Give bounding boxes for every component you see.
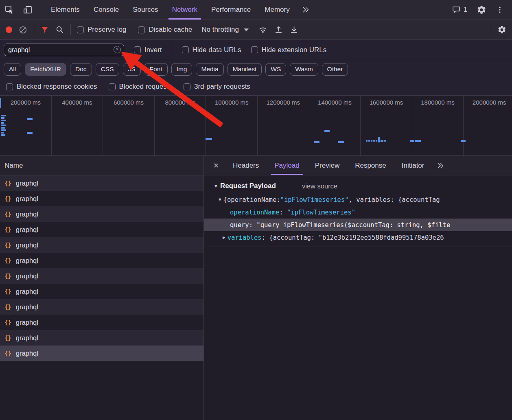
inspect-element-icon[interactable] xyxy=(0,0,18,20)
request-row[interactable]: graphql xyxy=(0,253,203,268)
clear-filter-icon[interactable] xyxy=(114,46,121,53)
detail-tab[interactable]: Payload xyxy=(267,156,307,175)
main-tab[interactable]: Memory xyxy=(258,0,296,20)
type-filter-chip[interactable]: All xyxy=(4,63,21,76)
payload-row-query[interactable]: query"query ipFlowTimeseries($accountTag… xyxy=(204,219,512,231)
waterfall-bar xyxy=(381,140,383,142)
request-row[interactable]: graphql xyxy=(0,330,203,346)
json-braces-icon xyxy=(4,273,11,279)
payload-row-variables[interactable]: variables{accountTag: "b12e3b2192ee5588f… xyxy=(204,231,512,244)
view-source-link[interactable]: view source xyxy=(302,182,337,190)
type-filter-chip[interactable]: JS xyxy=(123,63,141,76)
json-braces-icon xyxy=(4,226,11,233)
throttling-select[interactable]: No throttling xyxy=(201,26,249,34)
request-row[interactable]: graphql xyxy=(0,299,203,315)
checkbox-box xyxy=(77,26,84,33)
toolbar-divider xyxy=(491,24,491,35)
main-tab-label: Console xyxy=(94,6,119,14)
request-row[interactable]: graphql xyxy=(0,346,203,361)
json-braces-icon xyxy=(4,242,11,248)
import-har-icon[interactable] xyxy=(289,25,299,35)
type-filter-chip[interactable]: Other xyxy=(322,63,348,76)
checkbox-label: Invert xyxy=(144,46,162,54)
main-tab[interactable]: Network xyxy=(165,0,204,20)
kebab-menu-icon[interactable] xyxy=(490,5,509,14)
more-tabs-icon[interactable] xyxy=(297,0,315,20)
payload-summary-row[interactable]: {operationName: "ipFlowTimeseries", vari… xyxy=(204,193,512,206)
type-filter-chip[interactable]: Font xyxy=(144,63,168,76)
detail-tab[interactable]: Response xyxy=(347,156,394,175)
detail-tab[interactable]: Initiator xyxy=(394,156,432,175)
filter-input[interactable] xyxy=(8,46,112,54)
clear-network-log-icon[interactable] xyxy=(18,25,28,35)
expand-triangle-icon[interactable] xyxy=(223,235,225,240)
console-messages-button[interactable]: 1 xyxy=(452,5,467,14)
filter-input-wrap xyxy=(4,44,124,56)
chip-label: Media xyxy=(201,66,218,73)
type-filter-chip[interactable]: Wasm xyxy=(290,63,318,76)
record-button[interactable] xyxy=(6,26,12,33)
main-tab[interactable]: Sources xyxy=(126,0,165,20)
close-details-icon[interactable] xyxy=(207,156,225,175)
type-filter-chip[interactable]: WS xyxy=(265,63,286,76)
settings-gear-icon[interactable] xyxy=(472,5,490,15)
checkbox-label: Hide data URLs xyxy=(193,46,241,54)
filter-checkbox[interactable]: Blocked requests xyxy=(109,83,172,91)
hide-extension-urls-checkbox[interactable]: Hide extension URLs xyxy=(251,46,327,54)
network-conditions-icon[interactable] xyxy=(258,25,268,35)
type-filter-chip[interactable]: Img xyxy=(171,63,193,76)
search-icon[interactable] xyxy=(55,25,64,34)
hide-data-urls-checkbox[interactable]: Hide data URLs xyxy=(182,46,241,54)
device-toolbar-icon[interactable] xyxy=(18,0,37,20)
chip-label: All xyxy=(9,66,16,73)
request-payload-section-header[interactable]: Request Payload view source xyxy=(204,175,512,193)
type-filter-chip[interactable]: Doc xyxy=(70,63,92,76)
waterfall-bar xyxy=(371,140,372,142)
network-settings-gear-icon[interactable] xyxy=(497,25,506,34)
request-row[interactable]: graphql xyxy=(0,284,203,299)
request-row[interactable]: graphql xyxy=(0,206,203,222)
payload-row-operation-name[interactable]: operationName"ipFlowTimeseries" xyxy=(204,206,512,219)
request-row[interactable]: graphql xyxy=(0,268,203,284)
main-tab[interactable]: Elements xyxy=(44,0,87,20)
collapse-triangle-icon[interactable] xyxy=(219,197,221,202)
payload-text: {operationName: xyxy=(223,196,280,203)
detail-tab-label: Initiator xyxy=(402,162,424,170)
filter-checkbox[interactable]: 3rd-party requests xyxy=(184,83,250,91)
waterfall-bar xyxy=(1,132,4,133)
type-filter-chip[interactable]: CSS xyxy=(96,63,119,76)
json-braces-icon xyxy=(4,304,11,310)
type-filter-chip[interactable]: Media xyxy=(196,63,223,76)
request-row[interactable]: graphql xyxy=(0,315,203,330)
network-overview-timeline[interactable]: 200000 ms400000 ms600000 ms800000 ms1000… xyxy=(0,96,512,156)
type-filter-chip[interactable]: Manifest xyxy=(228,63,262,76)
request-name: graphql xyxy=(16,241,38,249)
request-row[interactable]: graphql xyxy=(0,222,203,237)
filter-checkbox[interactable]: Blocked response cookies xyxy=(6,83,97,91)
name-column-header[interactable]: Name xyxy=(0,156,203,175)
filter-funnel-icon[interactable] xyxy=(40,25,49,34)
more-detail-tabs-icon[interactable] xyxy=(432,156,449,175)
waterfall-bar xyxy=(366,140,368,142)
type-filter-chip[interactable]: Fetch/XHR xyxy=(25,63,66,76)
collapse-triangle-icon[interactable] xyxy=(214,184,218,188)
disable-cache-checkbox[interactable]: Disable cache xyxy=(138,26,192,34)
request-row[interactable]: graphql xyxy=(0,237,203,253)
main-tabs: ElementsConsoleSourcesNetworkPerformance… xyxy=(44,0,297,20)
payload-key: operationName xyxy=(230,209,287,216)
detail-tab-label: Response xyxy=(355,162,386,170)
request-row[interactable]: graphql xyxy=(0,175,203,191)
invert-checkbox[interactable]: Invert xyxy=(134,46,162,54)
main-tab-label: Memory xyxy=(265,6,289,14)
checkbox-box xyxy=(251,46,258,53)
export-har-icon[interactable] xyxy=(274,25,283,35)
chip-label: CSS xyxy=(101,66,114,73)
main-tab[interactable]: Console xyxy=(87,0,126,20)
detail-tab[interactable]: Headers xyxy=(225,156,267,175)
main-tab[interactable]: Performance xyxy=(204,0,258,20)
preserve-log-checkbox[interactable]: Preserve log xyxy=(77,26,126,34)
detail-tab[interactable]: Preview xyxy=(307,156,347,175)
request-row[interactable]: graphql xyxy=(0,191,203,206)
waterfall-bar xyxy=(206,138,212,140)
waterfall-bar xyxy=(1,115,6,116)
